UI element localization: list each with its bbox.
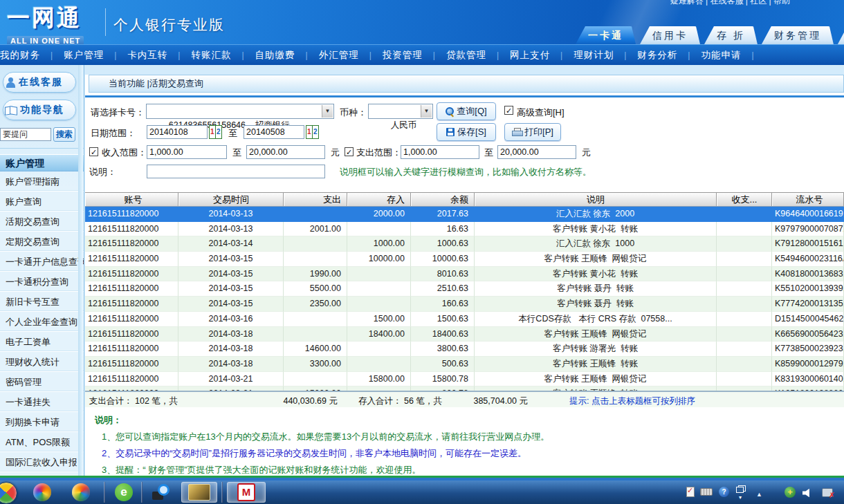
date-to-input[interactable]: 20140508 [244, 125, 304, 139]
menu-item[interactable]: 投资管理 [383, 49, 446, 62]
sogou-ball-icon[interactable] [26, 482, 58, 503]
sidebar-item[interactable]: 账户管理指南 [0, 171, 84, 192]
menu-item[interactable]: 转账汇款 [191, 49, 255, 62]
expense-total-amount: 440,030.69 元 [223, 395, 338, 407]
show-hidden-icons[interactable]: ▲ [756, 487, 762, 499]
calendar-icon[interactable]: 12 [306, 125, 319, 139]
table-row[interactable]: 121615111820000 2014-03-13 2000.00 2017.… [85, 207, 844, 222]
income-from-input[interactable]: 1,000.00 [147, 145, 227, 159]
sidebar-item[interactable]: 到期换卡申请 [0, 412, 84, 432]
menu-item[interactable]: 财务分析 [637, 49, 701, 62]
save-button[interactable]: 保存[S] [437, 123, 496, 141]
column-header-time[interactable]: 交易时间 [178, 193, 284, 206]
keyboard-tray-icon[interactable] [700, 487, 713, 496]
column-header-balance[interactable]: 余额 [411, 193, 475, 206]
column-header-deposit[interactable]: 存入 [347, 193, 411, 206]
header-tab[interactable]: 存 折 [704, 26, 758, 44]
menu-item[interactable]: 自助缴费 [255, 49, 319, 62]
start-button[interactable] [0, 482, 17, 504]
table-row[interactable]: 121615111820000 2014-03-15 1990.00 8010.… [85, 267, 844, 282]
chevron-down-icon[interactable]: ▼ [421, 105, 432, 118]
safety-tray-icon[interactable]: + [785, 487, 796, 498]
menu-item[interactable]: 我的财务 [0, 49, 64, 62]
card-select[interactable]: 6214836556158646 招商银行 ▼ [146, 104, 334, 119]
column-header-description[interactable]: 说明 [475, 193, 717, 206]
menu-item[interactable]: 卡内互转 [127, 49, 191, 62]
table-row[interactable]: 121615111820000 2014-03-15 2350.00 160.6… [85, 297, 844, 312]
pinwheel-browser-icon[interactable] [65, 482, 97, 503]
table-row[interactable]: 121615111820000 2014-03-18 14600.00 3800… [85, 342, 844, 357]
header-tabs: 一卡通信用卡存 折财务管理专 [576, 26, 844, 44]
header-tab[interactable]: 财务管理 [762, 26, 834, 44]
sidebar-item[interactable]: 新旧卡号互查 [0, 292, 84, 312]
column-header-serial[interactable]: 流水号 [772, 193, 844, 206]
header-tab[interactable]: 专 [838, 26, 844, 44]
sidebar-scrollbar[interactable] [78, 65, 83, 476]
query-button[interactable]: 查询[Q] [437, 102, 496, 120]
column-header-account[interactable]: 账号 [85, 193, 178, 206]
calendar-icon[interactable]: 12 [209, 125, 222, 139]
print-button[interactable]: 打印[P] [504, 123, 561, 141]
notes-tray-icon[interactable] [686, 487, 695, 497]
menu-item[interactable]: 网上支付 [510, 49, 574, 62]
advanced-query-checkbox[interactable]: ✓ [504, 106, 513, 115]
column-header-expense[interactable]: 支出 [284, 193, 347, 206]
top-links[interactable]: 疑难解答 | 在线客服 | 社区 | 帮助 [670, 0, 790, 7]
income-range-checkbox[interactable]: ✓ [89, 147, 98, 156]
sidebar-item[interactable]: 一卡通挂失 [0, 392, 84, 412]
sidebar-item[interactable]: 一卡通开户信息查询 [0, 252, 84, 272]
app-logo: 一网通 ALL IN ONE NET [7, 3, 84, 44]
sidebar-item[interactable]: 定期交易查询 [0, 232, 84, 252]
search-button[interactable]: 搜索 [53, 127, 75, 142]
expense-to-input[interactable]: 20,000.00 [497, 145, 576, 159]
column-header-type[interactable]: 收支... [717, 193, 772, 206]
expense-range-checkbox[interactable]: ✓ [345, 147, 354, 156]
menu-item[interactable]: 功能申请 [701, 49, 764, 62]
sidebar-item[interactable]: 个人企业年金查询 [0, 312, 84, 332]
online-service-button[interactable]: 在线客服 [3, 72, 76, 93]
header-tab[interactable]: 一卡通 [576, 26, 636, 44]
sidebar-item[interactable]: 一卡通积分查询 [0, 272, 84, 292]
sidebar-item[interactable]: 国际汇款收入申报 [0, 452, 84, 472]
photo-viewer-icon[interactable] [181, 482, 217, 503]
sidebar-item[interactable]: ATM、POS限额 [0, 432, 84, 452]
nav-guide-button[interactable]: 功能导航 [3, 100, 76, 120]
table-row[interactable]: 121615111820000 2014-03-18 18400.00 1840… [85, 327, 844, 342]
volume-tray-icon[interactable] [802, 487, 814, 498]
header-tab[interactable]: 信用卡 [640, 26, 700, 44]
network-error-tray-icon[interactable] [822, 487, 833, 497]
sidebar-item[interactable]: 电子工资单 [0, 332, 84, 352]
sidebar-item[interactable]: 理财收入统计 [0, 352, 84, 372]
card-label: 请选择卡号： [91, 106, 145, 119]
menu-item[interactable]: 外汇管理 [319, 49, 383, 62]
logo-title: 一网通 [7, 3, 84, 34]
menu-item[interactable]: 理财计划 [574, 49, 637, 62]
cmb-bank-app-icon[interactable]: M [227, 482, 266, 503]
income-to-input[interactable]: 20,000.00 [246, 145, 325, 159]
search-input[interactable] [0, 128, 51, 141]
table-row[interactable]: 121615111820000 2014-03-21 15800.00 1580… [85, 372, 844, 387]
description-input[interactable] [147, 165, 325, 178]
to-label: 至 [232, 147, 241, 159]
table-row[interactable]: 121615111820000 2014-03-18 3300.00 500.6… [85, 357, 844, 372]
search-tool-icon[interactable] [145, 482, 177, 503]
menu-item[interactable]: 贷款管理 [446, 49, 510, 62]
green-e-browser-icon[interactable]: e [108, 482, 140, 503]
date-from-input[interactable]: 20140108 [147, 125, 208, 139]
expense-from-input[interactable]: 1,000.00 [401, 145, 479, 159]
table-row[interactable]: 121615111820000 2014-03-13 2001.00 16.63… [85, 222, 844, 237]
menu-item[interactable]: 账户管理 [64, 49, 127, 62]
currency-select[interactable]: 人民币 ▼ [368, 104, 433, 119]
table-row[interactable]: 121615111820000 2014-03-15 10000.00 1000… [85, 252, 844, 267]
window-restore-tray-icon[interactable]: ▾ [736, 485, 746, 495]
sidebar-item[interactable]: 账户查询 [0, 192, 84, 212]
sidebar-item[interactable]: 活期交易查询 [0, 212, 84, 232]
table-row[interactable]: 121615111820000 2014-03-14 1000.00 1000.… [85, 236, 844, 252]
logo-divider [105, 8, 106, 36]
sidebar-section-header[interactable]: 账户管理 [0, 154, 84, 171]
help-tray-icon[interactable]: ? [719, 487, 729, 497]
table-row[interactable]: 121615111820000 2014-03-16 1500.00 1500.… [85, 312, 844, 327]
sidebar-item[interactable]: 密码管理 [0, 372, 84, 392]
table-row[interactable]: 121615111820000 2014-03-15 5500.00 2510.… [85, 281, 844, 297]
chevron-down-icon[interactable]: ▼ [322, 105, 333, 118]
